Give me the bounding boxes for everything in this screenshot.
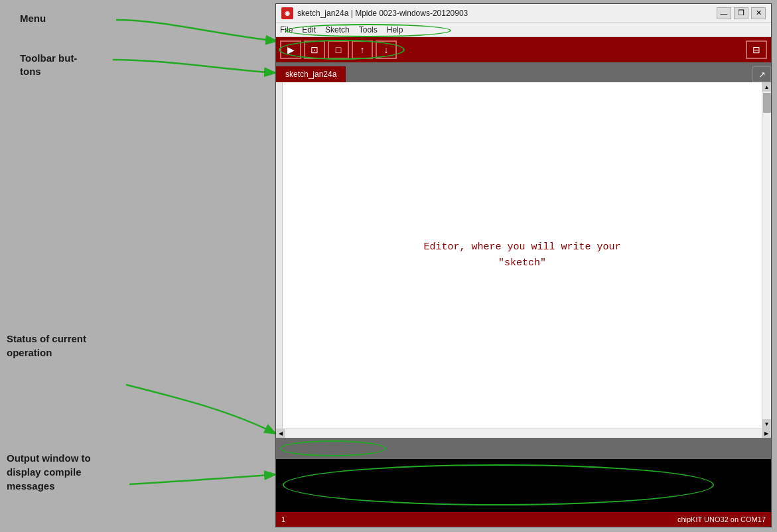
editor-placeholder-text: Editor, where you will write your "sketc… bbox=[423, 239, 620, 271]
h-scrollbar-left-button[interactable]: ◀ bbox=[276, 429, 285, 438]
tab-sketch[interactable]: sketch_jan24a bbox=[276, 66, 346, 82]
editor-area: Editor, where you will write your "sketc… bbox=[276, 82, 771, 429]
toolbar-run-button[interactable]: ▶ bbox=[280, 40, 301, 59]
window-title: sketch_jan24a | Mpide 0023-windows-20120… bbox=[297, 9, 468, 18]
app-icon: ◉ bbox=[281, 7, 293, 19]
ide-window: ◉ sketch_jan24a | Mpide 0023-windows-201… bbox=[275, 3, 772, 527]
toolbar-right: ⊟ bbox=[746, 40, 767, 59]
scrollbar-thumb[interactable] bbox=[763, 93, 771, 113]
vertical-scrollbar[interactable]: ▲ ▼ bbox=[762, 82, 771, 429]
menu-tools[interactable]: Tools bbox=[359, 25, 378, 34]
editor-content[interactable]: Editor, where you will write your "sketc… bbox=[283, 82, 762, 429]
menu-annotation: Menu bbox=[20, 12, 46, 25]
menu-file[interactable]: File bbox=[280, 25, 293, 34]
status-highlight-ellipse bbox=[280, 440, 386, 456]
toolbar-download-button[interactable]: ↓ bbox=[376, 40, 397, 59]
restore-button[interactable]: ❐ bbox=[734, 7, 748, 19]
toolbar-debug-button[interactable]: ⊡ bbox=[304, 40, 325, 59]
title-bar: ◉ sketch_jan24a | Mpide 0023-windows-201… bbox=[276, 4, 771, 23]
output-annotation: Output window todisplay compilemessages bbox=[7, 451, 91, 493]
toolbar: ▶ ⊡ □ ↑ ↓ ⊟ bbox=[276, 37, 771, 62]
minimize-button[interactable]: — bbox=[717, 7, 731, 19]
toolbar-serial-button[interactable]: ⊟ bbox=[746, 40, 767, 59]
status-area bbox=[276, 438, 771, 459]
output-area bbox=[276, 459, 771, 512]
h-scrollbar-right-button[interactable]: ▶ bbox=[762, 429, 771, 438]
scrollbar-track[interactable] bbox=[762, 92, 771, 419]
tab-expand-button[interactable]: ↗ bbox=[752, 66, 771, 82]
menu-edit[interactable]: Edit bbox=[302, 25, 316, 34]
window-controls: — ❐ ✕ bbox=[717, 7, 766, 19]
toolbar-annotation: Toolbar but-tons bbox=[20, 52, 77, 78]
tab-bar: sketch_jan24a ↗ bbox=[276, 62, 771, 82]
scrollbar-down-button[interactable]: ▼ bbox=[762, 419, 771, 429]
menu-help[interactable]: Help bbox=[387, 25, 403, 34]
menu-bar: File Edit Sketch Tools Help bbox=[276, 23, 771, 37]
toolbar-new-button[interactable]: □ bbox=[328, 40, 349, 59]
h-scrollbar-track[interactable] bbox=[285, 429, 762, 438]
status-annotation: Status of currentoperation bbox=[7, 332, 86, 360]
close-button[interactable]: ✕ bbox=[751, 7, 766, 19]
editor-gutter bbox=[276, 82, 283, 429]
scrollbar-up-button[interactable]: ▲ bbox=[762, 82, 771, 92]
output-highlight-ellipse bbox=[283, 464, 714, 505]
bottom-bar: 1 chipKIT UNO32 on COM17 bbox=[276, 512, 771, 527]
horizontal-scrollbar[interactable]: ◀ ▶ bbox=[276, 429, 771, 438]
toolbar-upload-button[interactable]: ↑ bbox=[352, 40, 373, 59]
menu-sketch[interactable]: Sketch bbox=[325, 25, 350, 34]
bottom-bar-board: chipKIT UNO32 on COM17 bbox=[677, 515, 766, 523]
title-bar-left: ◉ sketch_jan24a | Mpide 0023-windows-201… bbox=[281, 7, 468, 19]
bottom-bar-line: 1 bbox=[281, 515, 285, 523]
